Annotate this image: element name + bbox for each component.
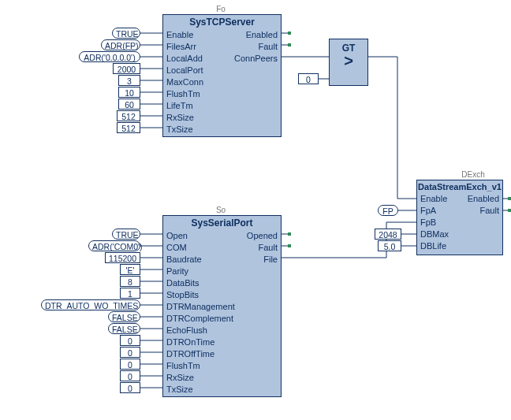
- tcp-in-flushtm: FlushTm: [166, 88, 200, 100]
- serial-p-dtrofftime[interactable]: 0: [120, 347, 140, 358]
- tcp-in-txsize: TxSize: [166, 124, 193, 136]
- dse-in-fpa: FpA: [420, 205, 436, 217]
- tcp-p-rxsize[interactable]: 512: [117, 110, 140, 121]
- serial-instance: So: [166, 206, 276, 214]
- serial-in-dtrcomp: DTRComplement: [166, 313, 233, 325]
- dse-p-fpa[interactable]: FP: [378, 205, 398, 216]
- tcp-instance: Fo: [166, 5, 276, 13]
- serial-p-open[interactable]: TRUE: [112, 229, 140, 240]
- svg-rect-38: [508, 197, 511, 200]
- serial-p-databits[interactable]: 8: [120, 276, 140, 287]
- dse-title: DataStreamExch_v1: [417, 180, 502, 193]
- serial-in-parity: Parity: [166, 266, 188, 277]
- serial-in-flushtm: FlushTm: [166, 360, 200, 372]
- dse-instance: DExch: [418, 170, 511, 179]
- serial-out-opened: Opened: [247, 230, 278, 242]
- tcp-in-localadd: LocalAdd: [166, 53, 203, 65]
- serial-in-baudrate: Baudrate: [166, 254, 202, 266]
- gt-symbol: >: [330, 55, 367, 66]
- serial-p-rxsize[interactable]: 0: [120, 370, 140, 381]
- tcp-p-localadd[interactable]: ADR('0.0.0.0'): [79, 51, 140, 62]
- serial-p-echoflush[interactable]: FALSE: [108, 323, 140, 334]
- tcp-p-txsize[interactable]: 512: [117, 122, 140, 133]
- serial-p-flushtm[interactable]: 0: [120, 359, 140, 370]
- tcp-p-filesarr[interactable]: ADR(FP): [101, 39, 140, 50]
- dse-p-dbmax[interactable]: 2048: [375, 229, 401, 240]
- serial-p-baud[interactable]: 115200: [105, 252, 140, 263]
- tcp-block[interactable]: SysTCPServer Enable Enabled FilesArr Fau…: [162, 14, 282, 137]
- tcp-p-maxconn[interactable]: 3: [118, 75, 140, 86]
- serial-p-dtrmgmt[interactable]: DTR_AUTO_WO_TIMES: [41, 299, 140, 310]
- gt-p-0[interactable]: 0: [298, 73, 319, 84]
- tcp-in-rxsize: RxSize: [166, 112, 194, 124]
- serial-p-dtrcomp[interactable]: FALSE: [108, 311, 140, 322]
- dse-in-enable: Enable: [420, 193, 447, 205]
- serial-title: SysSerialPort: [163, 216, 281, 230]
- gt-block[interactable]: GT >: [329, 39, 368, 86]
- serial-out-file: File: [263, 254, 278, 266]
- tcp-in-maxconn: MaxConn: [166, 76, 203, 88]
- dse-p-dblife[interactable]: 5.0: [378, 240, 401, 251]
- svg-rect-37: [288, 244, 291, 247]
- dse-out-fault: Fault: [480, 205, 499, 217]
- tcp-out-fault: Fault: [259, 41, 278, 53]
- tcp-p-flushtm[interactable]: 10: [118, 87, 140, 98]
- serial-in-dtrofftime: DTROffTime: [166, 348, 214, 360]
- serial-in-rxsize: RxSize: [166, 372, 194, 384]
- tcp-in-lifetm: LifeTm: [166, 100, 193, 112]
- serial-in-echoflush: EchoFlush: [166, 325, 207, 336]
- serial-in-databits: DataBits: [166, 277, 200, 289]
- dse-out-enabled: Enabled: [468, 193, 499, 205]
- dse-in-fpb: FpB: [420, 217, 436, 229]
- tcp-p-enable[interactable]: TRUE: [112, 28, 140, 39]
- svg-rect-39: [508, 209, 511, 212]
- serial-block[interactable]: SysSerialPort Open Opened COM Fault Baud…: [162, 215, 282, 397]
- dse-block[interactable]: DataStreamExch_v1 Enable Enabled FpA Fau…: [416, 180, 503, 255]
- serial-out-fault: Fault: [259, 242, 278, 254]
- serial-in-open: Open: [166, 230, 188, 242]
- svg-rect-35: [288, 43, 291, 46]
- tcp-out-enabled: Enabled: [246, 29, 278, 41]
- serial-in-stopbits: StopBits: [166, 289, 199, 301]
- serial-p-com[interactable]: ADR('COM0'): [88, 240, 140, 251]
- tcp-in-filesarr: FilesArr: [166, 41, 196, 53]
- tcp-in-enable: Enable: [166, 29, 193, 41]
- svg-rect-34: [288, 32, 291, 35]
- serial-in-dtrmgmt: DTRManagement: [166, 301, 235, 313]
- serial-p-parity[interactable]: 'E': [120, 264, 140, 275]
- tcp-out-connpeers: ConnPeers: [234, 53, 278, 65]
- svg-rect-36: [288, 232, 291, 236]
- serial-in-com: COM: [166, 242, 187, 254]
- serial-p-dtrontime[interactable]: 0: [120, 335, 140, 346]
- tcp-p-lifetm[interactable]: 60: [118, 98, 140, 110]
- dse-in-dbmax: DBMax: [420, 229, 449, 240]
- serial-p-txsize[interactable]: 0: [120, 382, 140, 393]
- tcp-title: SysTCPServer: [163, 15, 281, 29]
- dse-in-dblife: DBLife: [420, 240, 446, 252]
- tcp-in-localport: LocalPort: [166, 65, 203, 76]
- serial-in-dtrontime: DTROnTime: [166, 336, 214, 348]
- tcp-p-localport[interactable]: 2000: [113, 63, 140, 74]
- serial-in-txsize: TxSize: [166, 384, 193, 396]
- serial-p-stopbits[interactable]: 1: [120, 288, 140, 299]
